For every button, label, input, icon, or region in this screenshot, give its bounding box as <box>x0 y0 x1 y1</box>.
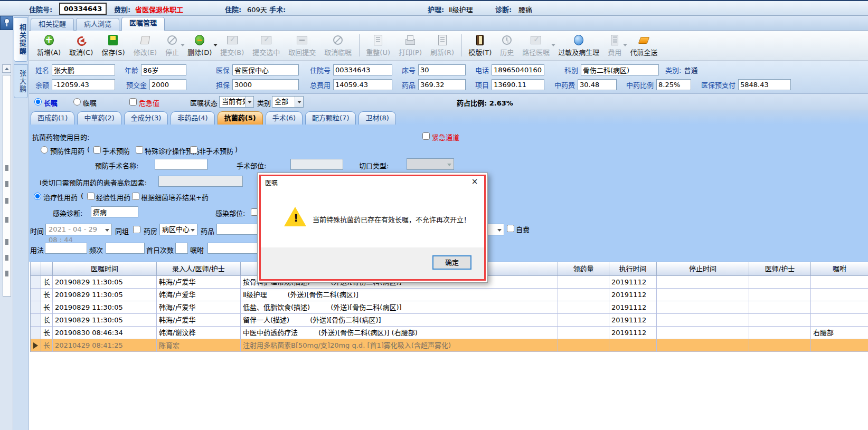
table-cell-entry[interactable]: 韩海/卢爱华 <box>157 314 241 327</box>
row-selector[interactable] <box>31 327 41 339</box>
table-cell-order-time[interactable]: 20190829 11:30:05 <box>53 289 157 301</box>
chevron-down-icon[interactable] <box>191 229 195 234</box>
special-procedure-prevent-checkbox[interactable] <box>136 146 143 154</box>
department-field[interactable] <box>581 64 659 75</box>
empirical-checkbox[interactable] <box>87 193 95 200</box>
risk-factor-input[interactable] <box>158 176 243 187</box>
surgery-name-input[interactable] <box>155 159 207 170</box>
same-group-checkbox[interactable] <box>133 226 140 233</box>
template-button[interactable]: 模版(T) <box>465 33 495 58</box>
tab-sanitary-material[interactable]: 卫材(8) <box>358 111 395 125</box>
chevron-down-icon[interactable] <box>105 229 109 234</box>
tab-herbal-medicine[interactable]: 中草药(2) <box>77 111 121 125</box>
table-cell-order-time[interactable]: 20190829 11:30:05 <box>53 301 157 314</box>
tab-related-reminders[interactable]: 相关提醒 <box>31 18 74 31</box>
table-cell-content[interactable]: 留伴一人(描述) (外送)[骨伤二科(病区)] <box>241 314 558 327</box>
tab-western-medicine[interactable]: 西成药(1) <box>31 111 74 125</box>
tab-formula-granule[interactable]: 配方颗粒(7) <box>305 111 356 125</box>
admission-no-field[interactable] <box>333 64 392 75</box>
emergency-channel-checkbox[interactable] <box>422 132 430 140</box>
age-field[interactable] <box>141 64 186 75</box>
pin-button[interactable] <box>0 16 13 30</box>
table-cell-entry[interactable]: 陈育宏 <box>157 339 241 352</box>
order-category-select[interactable]: 全部 <box>272 96 304 108</box>
therapeutic-radio[interactable] <box>34 193 41 200</box>
row-selector[interactable] <box>31 301 41 314</box>
cancel-button[interactable]: 取消(C) <box>65 33 97 58</box>
ok-button[interactable]: 确定 <box>432 255 471 270</box>
self-pay-checkbox[interactable] <box>507 225 514 232</box>
chevron-down-icon[interactable] <box>295 97 303 107</box>
allergy-pathology-button[interactable]: 过敏及病生理 <box>554 33 603 58</box>
pharmacy-select[interactable]: 病区中心 <box>159 224 197 235</box>
table-cell-entry[interactable]: 韩海/卢爱华 <box>157 301 241 314</box>
item-fee-field[interactable] <box>492 79 544 90</box>
tab-antibacterial[interactable]: 抗菌药(5) <box>218 111 263 125</box>
non-surgery-prevent-checkbox[interactable] <box>190 146 197 154</box>
insurance-field[interactable] <box>232 64 299 75</box>
order-status-select[interactable]: 当前有效 <box>219 96 254 108</box>
culture-result-checkbox[interactable] <box>132 193 139 200</box>
sidebar-tab-patient[interactable]: 张大鹏 <box>14 64 28 98</box>
table-cell-entry[interactable]: 韩海/卢爱华 <box>157 276 241 289</box>
critical-value-checkbox[interactable] <box>129 98 137 106</box>
name-field[interactable] <box>52 64 115 75</box>
delete-button[interactable]: 删除(D) <box>184 33 215 58</box>
deposit-field[interactable] <box>149 79 186 90</box>
total-fee-field[interactable] <box>333 79 392 90</box>
table-cell-order-time[interactable]: 20210429 08:41:25 <box>53 339 157 352</box>
table-cell-content[interactable]: Ⅱ级护理 (外送)[骨伤二科(病区)] <box>241 289 558 301</box>
table-cell-order-time[interactable]: 20190829 11:30:05 <box>53 314 157 327</box>
chevron-down-icon[interactable] <box>497 229 502 234</box>
table-cell-order-time[interactable]: 20190829 11:30:05 <box>53 276 157 289</box>
table-cell-order-time[interactable]: 20190830 08:46:34 <box>53 327 157 339</box>
close-icon[interactable]: × <box>469 176 480 187</box>
dialog-title: 医嘱 <box>265 178 278 187</box>
save-button[interactable]: 保存(S) <box>98 33 128 58</box>
table-cell-content[interactable]: 低盐、低脂饮食(描述) (外送)[骨伤二科(病区)] <box>241 301 558 314</box>
row-selector[interactable] <box>31 276 41 289</box>
row-selector[interactable] <box>31 289 41 301</box>
tab-order-management[interactable]: 医嘱管理 <box>121 17 165 31</box>
frequency-input[interactable] <box>106 243 145 254</box>
decoct-delivery-button[interactable]: 代煎全送 <box>626 33 661 58</box>
table-header <box>41 262 53 276</box>
herb-ratio-field[interactable] <box>656 79 691 90</box>
patient-info-row1: 姓名 年龄 医保 住院号 床号 电话 科别 类别:普通 <box>32 62 868 77</box>
add-button[interactable]: 新增(A) <box>33 33 64 58</box>
long-order-radio[interactable] <box>34 98 42 106</box>
surgery-prevent-checkbox[interactable] <box>93 146 101 154</box>
preventive-radio[interactable] <box>41 146 48 154</box>
tab-full-ingredient[interactable]: 全成分(3) <box>124 111 168 125</box>
temp-order-label: 临嘱 <box>83 98 97 108</box>
instruction-input[interactable] <box>207 243 260 254</box>
surgery-site-input[interactable] <box>290 159 343 170</box>
sidebar-tab-reminders[interactable]: 相关提醒 <box>14 17 28 62</box>
table-cell-entry[interactable]: 韩海/卢爱华 <box>157 289 241 301</box>
order-time-picker[interactable]: 2021 - 04 - 29 08 : 44 <box>45 224 112 235</box>
table-cell-content[interactable]: 中医中药透药疗法 (外送)[骨伤二科(病区)] (右腰部) <box>241 327 558 339</box>
table-cell-content[interactable]: 注射用多粘菌素B[50mg/支]20mg q.d. [首1]雾化吸入(含超声雾化… <box>241 339 558 352</box>
first-day-input[interactable] <box>175 243 188 254</box>
phone-field[interactable] <box>492 64 544 75</box>
table-cell-entry[interactable]: 韩海/谢汶桦 <box>157 327 241 339</box>
tab-surgery[interactable]: 手术(6) <box>266 111 303 125</box>
chevron-down-icon[interactable] <box>245 97 253 107</box>
tab-patient-browse[interactable]: 病人浏览 <box>76 18 119 31</box>
guarantee-field[interactable] <box>232 79 299 90</box>
bed-no-field[interactable] <box>418 64 466 75</box>
infection-diagnosis-input[interactable] <box>91 206 138 217</box>
balance-field[interactable] <box>52 79 115 90</box>
row-selector[interactable] <box>31 314 41 327</box>
drug-fee-field[interactable] <box>418 79 466 90</box>
herb-fee-field[interactable] <box>578 79 617 90</box>
order-status-label: 医嘱状态 <box>190 98 218 108</box>
temp-order-radio[interactable] <box>73 98 81 106</box>
current-row-selector[interactable] <box>31 339 41 352</box>
decoct-icon <box>637 34 650 46</box>
tab-non-drug[interactable]: 非药品(4) <box>171 111 214 125</box>
usage-input[interactable] <box>45 243 87 254</box>
insurance-prepay-field[interactable] <box>738 79 791 90</box>
calculator-icon <box>608 34 621 46</box>
scroll-up-button[interactable] <box>2 64 11 73</box>
